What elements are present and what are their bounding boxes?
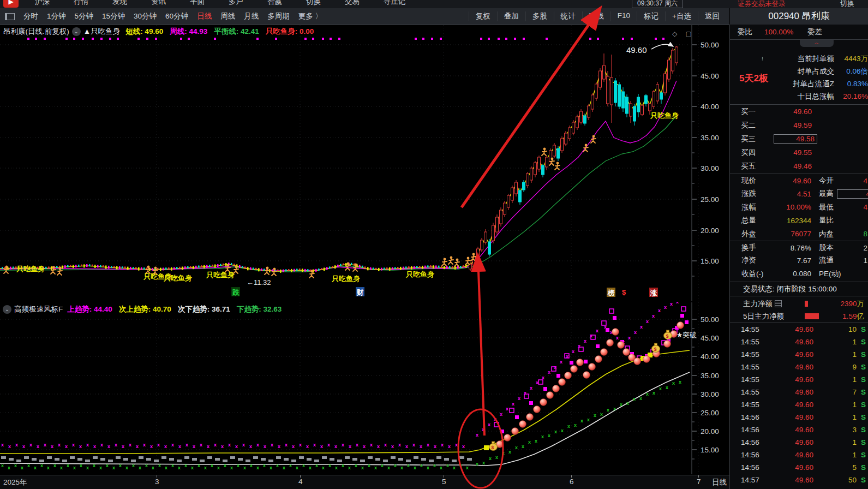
- x-mark: x: [214, 442, 217, 448]
- menu-item-8[interactable]: 交易: [333, 0, 372, 7]
- buy-price: 49.60: [774, 108, 812, 116]
- period-tab-2[interactable]: 5分钟: [70, 11, 98, 21]
- buy-row-3[interactable]: 买三49.58: [730, 132, 868, 146]
- flat-tick: [463, 265, 464, 267]
- x-mark: x: [283, 465, 285, 470]
- period-tab-1[interactable]: 1分钟: [43, 11, 70, 21]
- trade-row[interactable]: 14:5549.609S: [730, 361, 868, 373]
- magenta-square-hollow: [681, 307, 686, 311]
- flat-tick: [45, 267, 47, 269]
- action-button-0[interactable]: 复权: [469, 11, 497, 21]
- candle: [591, 95, 594, 109]
- buy-row-4[interactable]: 买四49.55: [730, 146, 868, 159]
- flat-tick: [73, 265, 74, 268]
- main-candlestick-chart[interactable]: 50.0045.0040.0035.0030.0025.0020.0015.00…: [0, 25, 729, 302]
- trade-row[interactable]: 14:5549.601S: [730, 336, 868, 348]
- candle: [542, 165, 544, 175]
- trade-row[interactable]: 14:5649.601S: [730, 411, 868, 424]
- app-logo-icon[interactable]: ▶: [3, 0, 19, 8]
- period-tab-9[interactable]: 多周期: [263, 11, 294, 21]
- trade-row[interactable]: 14:5649.605S: [730, 461, 868, 474]
- x-mark: x: [242, 442, 245, 448]
- period-tab-4[interactable]: 30分钟: [129, 11, 161, 21]
- period-tab-10[interactable]: 更多 〉: [294, 11, 327, 21]
- collapse-pill[interactable]: ︿: [800, 40, 834, 47]
- trade-row[interactable]: 14:5549.601S: [730, 348, 868, 361]
- x-mark: x: [86, 465, 89, 470]
- menu-item-4[interactable]: 平面: [178, 0, 217, 7]
- runner-icon: [442, 258, 447, 266]
- menu-item-2[interactable]: 发现: [100, 0, 139, 7]
- runner-icon: [272, 268, 277, 276]
- chevron-down-icon[interactable]: ⌄: [3, 305, 11, 314]
- trade-row[interactable]: 14:5749.6050S: [730, 474, 868, 486]
- menu-item-1[interactable]: 行情: [62, 0, 100, 7]
- candle: [484, 232, 487, 242]
- menu-item-7[interactable]: 切换: [294, 0, 333, 7]
- signal-dot: [180, 38, 182, 40]
- buy-label: 买三: [741, 134, 756, 144]
- period-tab-5[interactable]: 60分钟: [161, 11, 193, 21]
- buy-row-1[interactable]: 买一49.60: [730, 105, 868, 118]
- menu-item-0[interactable]: 沪深: [23, 0, 62, 7]
- grey-dash: [330, 458, 334, 461]
- sub-indicator-chart[interactable]: 50.0045.0040.0035.0030.0025.0020.0015.00…: [0, 302, 729, 475]
- trade-row[interactable]: 14:5549.607S: [730, 386, 868, 398]
- action-button-4[interactable]: 画线: [582, 11, 610, 21]
- switch-account-button[interactable]: 切换: [840, 0, 854, 8]
- period-tab-3[interactable]: 15分钟: [98, 11, 129, 21]
- time-axis-label: 7: [697, 478, 701, 486]
- axis-tick: [157, 475, 157, 478]
- flat-tick: [250, 267, 252, 270]
- candle: [534, 163, 537, 175]
- detail-row-1: 涨跌4.51最高4: [730, 187, 868, 200]
- login-status-text[interactable]: 证券交易未登录: [738, 0, 786, 8]
- x-mark: x: [466, 465, 469, 470]
- buy-row-5[interactable]: 买五49.46: [730, 159, 868, 173]
- action-button-6[interactable]: 标记: [637, 11, 665, 21]
- chevron-down-icon[interactable]: ⌄: [72, 27, 81, 36]
- action-button-2[interactable]: 多股: [525, 11, 554, 21]
- trade-row[interactable]: 14:5549.601S: [730, 373, 868, 386]
- period-tab-7[interactable]: 周线: [216, 11, 240, 21]
- menu-item-6[interactable]: 智赢: [255, 0, 294, 7]
- candle: [492, 225, 495, 241]
- period-tab-6[interactable]: 日线: [193, 11, 216, 21]
- flat-tick: [373, 267, 374, 270]
- menu-item-3[interactable]: 资讯: [139, 0, 178, 7]
- layout-icon[interactable]: [5, 13, 15, 20]
- action-button-5[interactable]: F10: [610, 11, 637, 21]
- flat-tick: [283, 270, 284, 272]
- trade-row[interactable]: 14:5549.6010S: [730, 323, 868, 336]
- weicha-label: 委差: [807, 27, 822, 37]
- flat-tick: [318, 269, 320, 271]
- grey-dash: [230, 456, 235, 459]
- trade-row[interactable]: 14:5549.601S: [730, 398, 868, 411]
- x-mark: x: [129, 442, 131, 448]
- candle: [530, 168, 533, 180]
- action-button-3[interactable]: 统计: [554, 11, 582, 21]
- buy-price: 49.46: [774, 162, 812, 170]
- menu-item-9[interactable]: 寻庄记: [372, 0, 418, 7]
- buy-row-2[interactable]: 买二49.59: [730, 118, 868, 132]
- action-button-7[interactable]: +自选: [665, 11, 698, 21]
- x-mark: x: [434, 444, 436, 449]
- detail-label: 内盘: [819, 229, 834, 239]
- action-button-8[interactable]: 返回: [698, 11, 726, 21]
- signal-dot: [304, 38, 307, 40]
- candle: [614, 81, 617, 103]
- period-tab-8[interactable]: 月线: [240, 11, 263, 21]
- menu-item-5[interactable]: 多户: [217, 0, 255, 7]
- x-mark: x: [263, 463, 266, 468]
- trade-row[interactable]: 14:5649.601S: [730, 436, 868, 449]
- period-tab-0[interactable]: 分时: [19, 11, 43, 21]
- trade-row[interactable]: 15:0049.6020S: [730, 486, 868, 489]
- trade-price: 49.60: [776, 451, 813, 459]
- trade-row[interactable]: 14:5649.601S: [730, 449, 868, 461]
- main-chart-title: 昂利康(日线.前复权): [3, 27, 69, 37]
- action-button-1[interactable]: 叠加: [497, 11, 525, 21]
- chart-corner-icons[interactable]: ◇ ▢: [672, 30, 695, 38]
- list-icon[interactable]: [775, 300, 782, 307]
- trade-row[interactable]: 14:5649.603S: [730, 424, 868, 436]
- x-mark: x: [21, 465, 23, 470]
